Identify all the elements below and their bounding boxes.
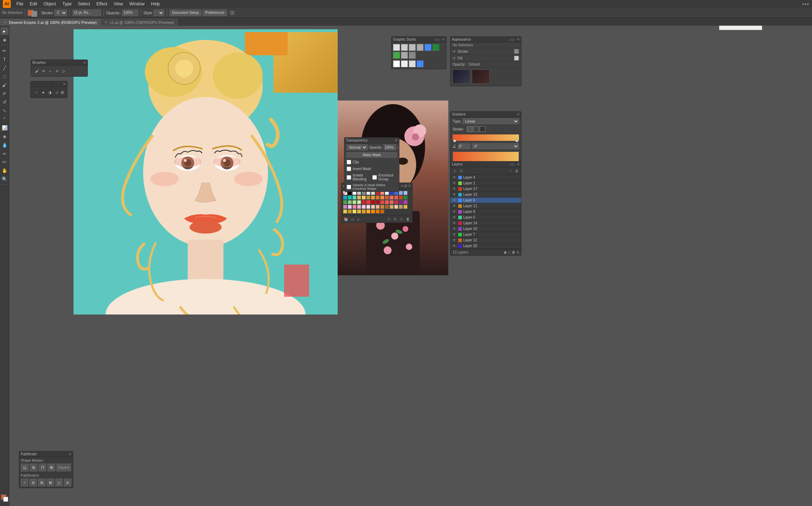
tab-document-2[interactable]: ✕ 11.ai @ 100% (CMYK/GPU Preview) xyxy=(101,19,178,26)
layer-row-20[interactable]: 👁 Layer 20 xyxy=(450,243,521,249)
appearance-fill-row[interactable]: 👁 Fill: xyxy=(450,55,521,62)
opacity-mask-checkbox[interactable] xyxy=(347,185,351,189)
sw-orange3[interactable] xyxy=(385,195,389,200)
stroke-swatch[interactable] xyxy=(31,11,37,17)
clip-checkbox[interactable] xyxy=(347,160,351,164)
sw-rose1[interactable] xyxy=(380,200,384,204)
close-icon-1[interactable]: ✕ xyxy=(4,20,7,24)
gs-swatch-11[interactable] xyxy=(401,60,408,67)
tool-opt-2-header[interactable]: ✕ xyxy=(52,81,67,87)
layers-make-visible-icon[interactable]: ◉ xyxy=(504,250,507,254)
sw-amber3[interactable] xyxy=(371,209,375,214)
brush-icon-2[interactable]: ✏ xyxy=(41,68,46,74)
layers-delete-layer-icon[interactable]: 🗑 xyxy=(512,250,515,254)
sw-teal2[interactable] xyxy=(352,195,357,200)
appearance-close[interactable]: ✕ xyxy=(517,37,520,41)
opacity-input-trans[interactable] xyxy=(384,144,396,150)
close-icon-2[interactable]: ✕ xyxy=(105,20,107,24)
layer-row-8[interactable]: 👁 Layer 8 xyxy=(450,209,521,215)
sw-warm1[interactable] xyxy=(380,205,384,209)
expand-btn[interactable]: Expand xyxy=(56,464,71,471)
sw-pink3[interactable] xyxy=(357,205,361,209)
gradient-header[interactable]: Gradient ✕ xyxy=(450,112,521,117)
transparency-header[interactable]: Transparency ✕ xyxy=(344,138,399,143)
sw-amber1[interactable] xyxy=(362,209,366,214)
sw-skin1[interactable] xyxy=(371,205,375,209)
tool-eyedropper[interactable]: 💧 xyxy=(1,141,9,149)
gradient-type-select[interactable]: Linear xyxy=(463,118,519,124)
layer-13-eye[interactable]: 👁 xyxy=(452,193,457,196)
tool-type[interactable]: T xyxy=(1,55,9,63)
swatches-list-icon[interactable]: ≡ xyxy=(401,184,403,188)
layer-row-11[interactable]: 👁 Layer 11 xyxy=(450,203,521,209)
tool-warp[interactable]: ⌃ xyxy=(1,115,9,123)
layers-settings-icon[interactable]: ⚙ xyxy=(458,168,464,174)
gs-swatch-4[interactable] xyxy=(417,44,424,51)
swatches-delete-btn[interactable]: 🗑 xyxy=(405,216,411,222)
pathfinder-close[interactable]: ✕ xyxy=(69,452,71,456)
stroke-select[interactable]: C xyxy=(54,10,67,16)
layers-add-icon[interactable]: + xyxy=(508,168,513,174)
outline-btn[interactable]: ◻ xyxy=(55,479,63,486)
pathfinder-header[interactable]: Pathfinder ✕ xyxy=(19,451,73,457)
preferences-button[interactable]: Preferences xyxy=(203,10,227,16)
tool-graph[interactable]: 📊 xyxy=(1,124,9,132)
locate-object-icon[interactable]: ⊙ xyxy=(452,168,458,174)
transparency-close[interactable]: ✕ xyxy=(395,138,398,142)
gradient-stop-right[interactable] xyxy=(515,139,518,142)
intersect-btn[interactable]: ⊓ xyxy=(39,464,46,471)
align-icon[interactable]: ⊞ xyxy=(60,90,64,95)
appearance-stroke-row[interactable]: 👁 Stroke: xyxy=(450,48,521,55)
gradient-angle-input[interactable] xyxy=(458,143,470,149)
fg-bg-colors[interactable] xyxy=(1,495,8,502)
document-setup-button[interactable]: Document Setup xyxy=(170,10,201,16)
graphic-styles-close[interactable]: ✕ xyxy=(442,37,445,41)
sw-gold1[interactable] xyxy=(366,195,370,200)
sw-rose2[interactable] xyxy=(385,200,389,204)
swatches-grid-icon[interactable]: ⊞ xyxy=(404,184,407,188)
swatches-new-btn[interactable]: □ xyxy=(399,216,404,222)
sw-warm3[interactable] xyxy=(389,205,394,209)
blend-mode-select[interactable]: Normal xyxy=(347,144,368,150)
swatches-add-btn[interactable]: + xyxy=(386,216,392,222)
tool-opt-2-close[interactable]: ✕ xyxy=(63,82,66,86)
sw-amber4[interactable] xyxy=(375,209,380,214)
sw-orange2[interactable] xyxy=(380,195,384,200)
sw-rose4[interactable] xyxy=(394,200,398,204)
sw-teal1[interactable] xyxy=(348,195,352,200)
opacity-input[interactable] xyxy=(122,10,138,16)
sw-gold7[interactable] xyxy=(357,209,361,214)
swatches-next-btn[interactable]: ▷ xyxy=(356,216,362,222)
tool-opt-fill-icon[interactable]: ● xyxy=(40,90,46,95)
sw-red2[interactable] xyxy=(362,200,366,204)
sw-coral2[interactable] xyxy=(394,195,398,200)
make-mask-row[interactable]: Make Mask xyxy=(344,151,399,159)
sw-crimson1[interactable] xyxy=(375,200,380,204)
graphic-styles-expand[interactable]: ▷▷ xyxy=(435,37,440,41)
layer-10-eye[interactable]: 👁 xyxy=(452,227,457,231)
gs-swatch-7[interactable] xyxy=(393,52,400,59)
sw-ltgreen3[interactable] xyxy=(357,200,361,204)
gradient-angle-select[interactable]: 0° xyxy=(472,143,519,149)
layer-4-eye[interactable]: 👁 xyxy=(452,175,457,179)
sw-ltpink2[interactable] xyxy=(366,205,370,209)
layer-17-eye[interactable]: 👁 xyxy=(452,187,457,191)
layer-12-eye[interactable]: 👁 xyxy=(452,238,457,242)
fill-visibility-icon[interactable]: 👁 xyxy=(453,56,456,60)
tool-gradient[interactable]: ◈ xyxy=(1,132,9,140)
sw-orange1[interactable] xyxy=(375,195,380,200)
layer-row-17[interactable]: 👁 Layer 17 xyxy=(450,186,521,192)
gs-swatch-2[interactable] xyxy=(401,44,408,51)
gradient-bar[interactable] xyxy=(453,134,519,141)
layer-20-eye[interactable]: 👁 xyxy=(452,244,457,248)
gs-swatch-3[interactable] xyxy=(409,44,416,51)
appearance-header[interactable]: Appearance ▷▷ ✕ xyxy=(450,37,521,42)
tool-pen[interactable]: ✏ xyxy=(1,47,9,55)
sw-gold5[interactable] xyxy=(348,209,352,214)
trim-btn[interactable]: ⊟ xyxy=(29,479,37,486)
sw-cyan1[interactable] xyxy=(343,195,347,200)
sw-ltpurple2[interactable] xyxy=(348,205,352,209)
layer-row-13[interactable]: 👁 Layer 13 xyxy=(450,192,521,198)
divide-btn[interactable]: ÷ xyxy=(21,479,28,486)
gs-swatch-13[interactable] xyxy=(417,60,424,67)
